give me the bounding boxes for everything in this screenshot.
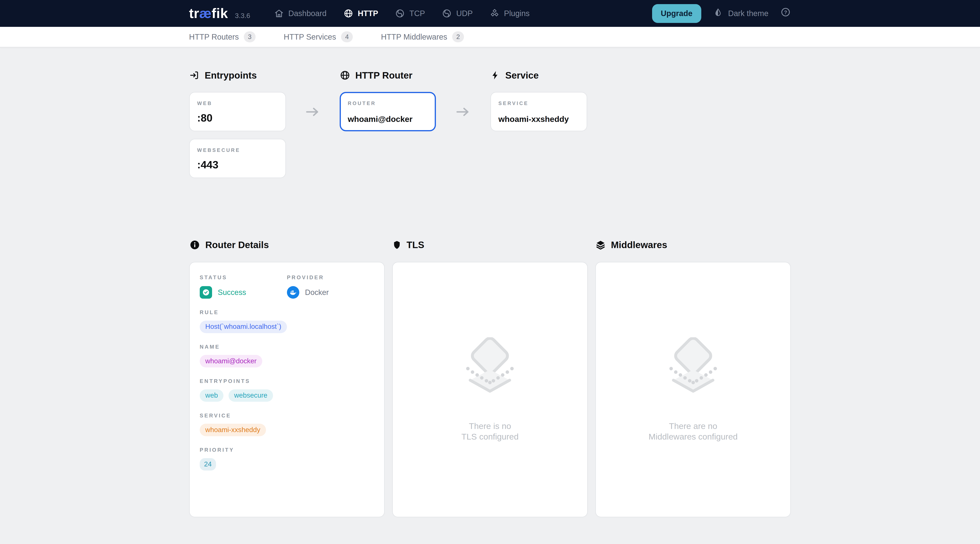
tab-http-services[interactable]: HTTP Services 4 <box>284 31 353 42</box>
dark-theme-label: Dark theme <box>728 9 768 18</box>
layers-empty-illustration <box>455 337 525 405</box>
services-count-badge: 4 <box>341 31 353 42</box>
routers-count-badge: 3 <box>244 31 256 42</box>
pipeline-arrow <box>436 70 490 186</box>
routing-pipeline: Entrypoints WEB :80 WEBSECURE :443 <box>189 70 791 186</box>
entrypoint-websecure-port: :443 <box>197 159 278 171</box>
globe-icon <box>340 70 350 81</box>
login-arrow-icon <box>189 70 200 81</box>
entrypoint-badge-web: web <box>200 390 224 402</box>
middlewares-count-badge: 2 <box>452 31 464 42</box>
priority-badge: 24 <box>200 458 216 471</box>
docker-icon <box>287 286 299 299</box>
entrypoint-card-websecure: WEBSECURE :443 <box>189 139 286 178</box>
pipeline-arrow <box>286 70 340 186</box>
router-card: ROUTER whoami@docker <box>340 92 436 131</box>
service-badge: whoami-xxsheddy <box>200 424 266 436</box>
rule-label: RULE <box>200 309 374 315</box>
droplet-contrast-icon <box>713 8 723 19</box>
navbar-actions: Upgrade Dark theme <box>652 4 791 23</box>
question-circle-icon: ? <box>780 7 791 20</box>
nav-item-tcp[interactable]: TCP <box>395 8 425 18</box>
service-card[interactable]: SERVICE whoami-xxsheddy <box>490 92 587 131</box>
status-label: STATUS <box>200 274 287 281</box>
http-router-heading: HTTP Router <box>340 70 436 81</box>
status-value: Success <box>218 288 246 297</box>
tab-http-middlewares[interactable]: HTTP Middlewares 2 <box>381 31 464 42</box>
provider-label: PROVIDER <box>287 274 374 281</box>
service-heading: Service <box>490 70 587 81</box>
middlewares-panel: There are no Middlewares configured <box>595 262 791 517</box>
help-button[interactable]: ? <box>780 7 791 20</box>
lightning-bolt-icon <box>490 70 500 81</box>
tls-heading: TLS <box>392 239 588 250</box>
traefik-logo[interactable]: træfik 3.3.6 <box>189 6 250 20</box>
nav-item-dashboard[interactable]: Dashboard <box>274 8 326 18</box>
nav-item-udp[interactable]: UDP <box>442 8 473 18</box>
version-label: 3.3.6 <box>235 12 250 20</box>
logo-text: træfik <box>189 6 228 20</box>
service-label: SERVICE <box>200 412 374 419</box>
dark-theme-toggle[interactable]: Dark theme <box>713 8 768 19</box>
entrypoints-heading: Entrypoints <box>189 70 286 81</box>
provider-value: Docker <box>305 288 329 297</box>
router-name-badge: whoami@docker <box>200 355 262 367</box>
nav-item-plugins[interactable]: Plugins <box>490 8 530 18</box>
entrypoint-badge-websecure: websecure <box>229 390 273 402</box>
cubes-icon <box>490 8 500 18</box>
router-details-heading: Router Details <box>189 239 385 250</box>
service-name: whoami-xxsheddy <box>498 115 579 124</box>
priority-label: PRIORITY <box>200 447 374 453</box>
svg-text:?: ? <box>784 10 787 15</box>
home-icon <box>274 8 284 18</box>
protocol-ball-icon <box>395 8 405 18</box>
tab-http-routers[interactable]: HTTP Routers 3 <box>189 31 256 42</box>
success-check-icon <box>200 286 212 299</box>
shield-icon <box>392 240 402 250</box>
name-label: NAME <box>200 344 374 350</box>
top-navbar: træfik 3.3.6 Dashboard <box>0 0 980 27</box>
router-detail-main: Entrypoints WEB :80 WEBSECURE :443 <box>0 48 980 517</box>
rule-badge: Host(`whoami.localhost`) <box>200 321 287 333</box>
entrypoints-label: ENTRYPOINTS <box>200 378 374 384</box>
globe-icon <box>344 8 353 18</box>
tls-panel: There is no TLS configured <box>392 262 588 517</box>
router-details-panel: STATUS Success <box>189 262 385 517</box>
entrypoint-card-web: WEB :80 <box>189 92 286 131</box>
entrypoint-web-port: :80 <box>197 112 278 124</box>
nav-item-http[interactable]: HTTP <box>344 8 378 18</box>
layers-empty-illustration <box>658 337 728 405</box>
traefik-dashboard-page: træfik 3.3.6 Dashboard <box>0 0 980 540</box>
info-circle-icon <box>189 239 200 250</box>
main-nav: Dashboard HTTP TCP <box>274 8 530 18</box>
middlewares-heading: Middlewares <box>595 239 791 250</box>
router-name: whoami@docker <box>348 115 428 124</box>
http-subnav: HTTP Routers 3 HTTP Services 4 HTTP Midd… <box>0 27 980 48</box>
layers-icon <box>595 240 606 250</box>
protocol-ball-icon <box>442 8 452 18</box>
upgrade-button[interactable]: Upgrade <box>652 4 701 23</box>
tls-empty-message: There is no TLS configured <box>461 421 519 442</box>
middlewares-empty-message: There are no Middlewares configured <box>649 421 738 442</box>
